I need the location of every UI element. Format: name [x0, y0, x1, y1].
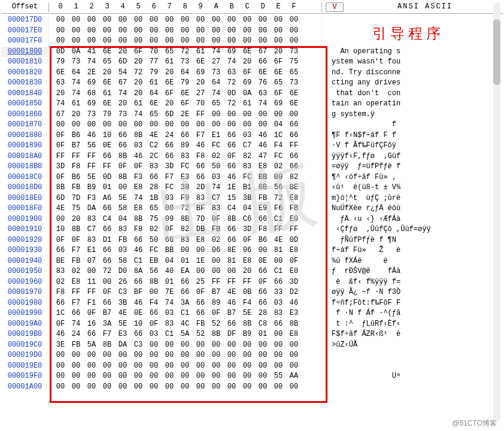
hex-bytes[interactable]: F8FFFF0FC3BF007E660FB74E0B6633D2: [49, 287, 322, 298]
ascii-cell[interactable]: [322, 350, 503, 361]
hex-col-7[interactable]: 7: [162, 2, 177, 11]
hex-row[interactable]: 000018306374696E6720616E7920647269766573…: [1, 78, 503, 89]
hex-row[interactable]: 000018B03DF8FFFF0F0F833DFC66506683E80266…: [1, 162, 503, 172]
hex-row[interactable]: 000018507461696E20616E206F7065726174696E…: [1, 99, 503, 110]
hex-row[interactable]: 000018F04E75DA6658E8650072BF83C404E9F6FB…: [1, 204, 503, 214]
hex-bytes[interactable]: BEFB076658C1EB04011E0081E80E000F: [49, 256, 322, 267]
hex-bytes[interactable]: 00000000000000000000000000000000: [49, 350, 322, 361]
offset-cell[interactable]: 000019E0: [1, 361, 49, 372]
hex-col-5[interactable]: 5: [130, 2, 146, 11]
ascii-cell[interactable]: Uª: [322, 371, 503, 382]
hex-bytes[interactable]: 0FB64610668B4E2466F7E16603461C66: [49, 130, 322, 141]
hex-bytes[interactable]: 7461696E20616E206F7065726174696E: [49, 99, 322, 110]
hex-row[interactable]: 000019B0462466F7E36603C15A528BDFB90100E8…: [1, 329, 503, 340]
offset-cell[interactable]: 00001930: [1, 245, 49, 256]
hex-row[interactable]: 00001810797374656D207761736E277420666F75…: [1, 57, 503, 68]
offset-cell[interactable]: 00001810: [1, 57, 49, 68]
ascii-cell[interactable]: f÷áf Fü» Ž è: [322, 245, 503, 256]
hex-row[interactable]: 0000198066F7F1663B46F4743A668946F4660346…: [1, 298, 503, 309]
ascii-cell[interactable]: ·V f Âf‰FüfÇFôÿ: [322, 141, 503, 151]
hex-row[interactable]: 0000193066F7E1660346FCBB0000068E060081E8…: [1, 245, 503, 256]
ascii-cell[interactable]: t :^ ƒLûRf‹Èf‹: [322, 319, 503, 330]
hex-row[interactable]: 000019C03EFB5A8BDAC300000000000000000000…: [1, 340, 503, 351]
offset-cell[interactable]: 000017D0: [1, 15, 49, 26]
ascii-cell[interactable]: ‹û¹ è(ü8-t ± V¾: [322, 183, 503, 193]
hex-row[interactable]: 000018206E642E2054727920646973636F6E6E65…: [1, 68, 503, 78]
offset-cell[interactable]: 000017F0: [1, 36, 49, 47]
hex-row[interactable]: 000019200F0F83D1FB66506683E802660FB64E0D…: [1, 235, 503, 246]
hex-bytes[interactable]: 6D7DF3A65E741B03F983C7153BFB72E8: [49, 193, 322, 204]
hex-bytes[interactable]: 8BFBB90100E828FC382D741EB10B56BE: [49, 183, 322, 193]
hex-row[interactable]: 000018A0FFFFFF668B462C6683F8020F8247FC66…: [1, 151, 503, 162]
hex-bytes[interactable]: FFFFFF668B462C6683F8020F8247FC66: [49, 151, 322, 162]
hex-row[interactable]: 000018900FB7560E6603C2668946FC66C746F4FF…: [1, 141, 503, 151]
offset-cell[interactable]: 000018C0: [1, 172, 49, 183]
hex-bytes[interactable]: 207468617420646F6E27740D0A636F6E: [49, 89, 322, 99]
hex-bytes[interactable]: 0D0A416E206F7065726174696E672073: [49, 47, 322, 57]
hex-bytes[interactable]: 66F7E1660346FCBB0000068E060081E8: [49, 245, 322, 256]
ascii-cell[interactable]: ÿÿÿf‹F,fƒø ‚Güf: [322, 151, 503, 162]
ascii-cell[interactable]: cting any drives: [322, 78, 503, 89]
hex-row[interactable]: 000018000D0A416E206F7065726174696E672073…: [1, 47, 503, 57]
ascii-cell[interactable]: nd. Try disconne: [322, 68, 503, 78]
hex-bytes[interactable]: 00000000000000000000000000000466: [49, 120, 322, 130]
ascii-cell[interactable]: øÿÿ Ã¿ ~f ·N f3Ò: [322, 287, 503, 298]
hex-bytes[interactable]: 1C660FB74E0E6603C1660FB75E2883E3: [49, 308, 322, 319]
hex-row[interactable]: 00001900002083C4048B75098B7D0F8BC666C1E0…: [1, 214, 503, 225]
ascii-cell[interactable]: ƒÄ ‹u ‹} ‹ÆfÁà: [322, 214, 503, 225]
hex-bytes[interactable]: 00000000000000000000000000000000: [49, 26, 322, 37]
offset-cell[interactable]: 00001960: [1, 277, 49, 288]
hex-bytes[interactable]: 02E8110026668B016625FFFFFF0F663D: [49, 277, 322, 288]
hex-row[interactable]: 0000187000000000000000000000000000000466…: [1, 120, 503, 130]
offset-cell[interactable]: 00001910: [1, 224, 49, 235]
hex-row[interactable]: 00001A0000000000000000000000000000000000: [1, 382, 503, 393]
ascii-cell[interactable]: g system.ÿ: [322, 110, 503, 120]
hex-bytes[interactable]: 4E75DA6658E8650072BF83C404E9F6FB: [49, 204, 322, 214]
ascii-cell[interactable]: ¾û fXÁë è: [322, 256, 503, 267]
hex-bytes[interactable]: 66F7F1663B46F4743A668946F4660346: [49, 298, 322, 309]
hex-row[interactable]: 00001940BEFB076658C1EB04011E0081E80E000F…: [1, 256, 503, 267]
hex-row[interactable]: 000019901C660FB74E0E6603C1660FB75E2883E3…: [1, 308, 503, 319]
hex-row[interactable]: 00001970F8FFFF0FC3BF007E660FB74E0B6633D2…: [1, 287, 503, 298]
offset-cell[interactable]: 000018D0: [1, 183, 49, 193]
ascii-cell[interactable]: NuÚfXèe r¿ƒÄ éöû: [322, 204, 503, 214]
offset-cell[interactable]: 000019F0: [1, 371, 49, 382]
ascii-cell[interactable]: [322, 361, 503, 372]
hex-bytes[interactable]: 002083C4048B75098B7D0F8BC666C1E0: [49, 214, 322, 225]
hex-row[interactable]: 000019F0000000000000000000000000000055AA…: [1, 371, 503, 382]
hex-col-E[interactable]: E: [271, 2, 286, 11]
offset-cell[interactable]: 00001970: [1, 287, 49, 298]
vertical-scrollbar[interactable]: [493, 2, 500, 421]
ascii-cell[interactable]: ystem wasn't fou: [322, 57, 503, 68]
hex-bytes[interactable]: 0F74163A5E100F834CFB52668BC8668B: [49, 319, 322, 330]
hex-col-8[interactable]: 8: [177, 2, 193, 11]
hex-bytes[interactable]: 3DF8FFFF0F0F833DFC66506683E80266: [49, 162, 322, 172]
offset-cell[interactable]: 000019B0: [1, 329, 49, 340]
ascii-cell[interactable]: ƒ rÐŠV@ê fÁà: [322, 266, 503, 277]
offset-cell[interactable]: 00001980: [1, 298, 49, 309]
offset-cell[interactable]: 000018E0: [1, 193, 49, 204]
hex-bytes[interactable]: 6374696E6720616E7920647269766573: [49, 78, 322, 89]
ascii-cell[interactable]: f÷ñf;Fôt:f‰FôF F: [322, 298, 503, 309]
hex-row[interactable]: 00001840207468617420646F6E27740D0A636F6E…: [1, 89, 503, 99]
ascii-cell[interactable]: F$f÷ãf ÁZR‹ß¹ è: [322, 329, 503, 340]
ascii-cell[interactable]: [322, 382, 503, 393]
offset-cell[interactable]: 00001860: [1, 110, 49, 120]
offset-cell[interactable]: 00001840: [1, 89, 49, 99]
offset-cell[interactable]: 000019A0: [1, 319, 49, 330]
offset-cell[interactable]: 00001800: [1, 47, 49, 57]
offset-cell[interactable]: 00001900: [1, 214, 49, 225]
ascii-cell[interactable]: m}ó¦^t ùƒÇ ;ûrè: [322, 193, 503, 204]
hex-col-D[interactable]: D: [255, 2, 271, 11]
hex-row[interactable]: 00001860672073797374656D2EFF000000000000…: [1, 110, 503, 120]
hex-bytes[interactable]: 00000000000000000000000000000000: [49, 382, 322, 393]
hex-bytes[interactable]: 6E642E2054727920646973636F6E6E65: [49, 68, 322, 78]
hex-col-0[interactable]: 0: [53, 2, 68, 11]
hex-bytes[interactable]: 462466F7E36603C15A528BDFB90100E8: [49, 329, 322, 340]
offset-cell[interactable]: 00001920: [1, 235, 49, 246]
ascii-column-header[interactable]: ANSI ASCII: [347, 2, 503, 12]
offset-cell[interactable]: 000018B0: [1, 162, 49, 172]
hex-bytes[interactable]: 797374656D207761736E277420666F75: [49, 57, 322, 68]
hex-bytes[interactable]: 00000000000000000000000000000000: [49, 36, 322, 47]
hex-bytes[interactable]: 83020072D08A5640EA0000002066C1E0: [49, 266, 322, 277]
